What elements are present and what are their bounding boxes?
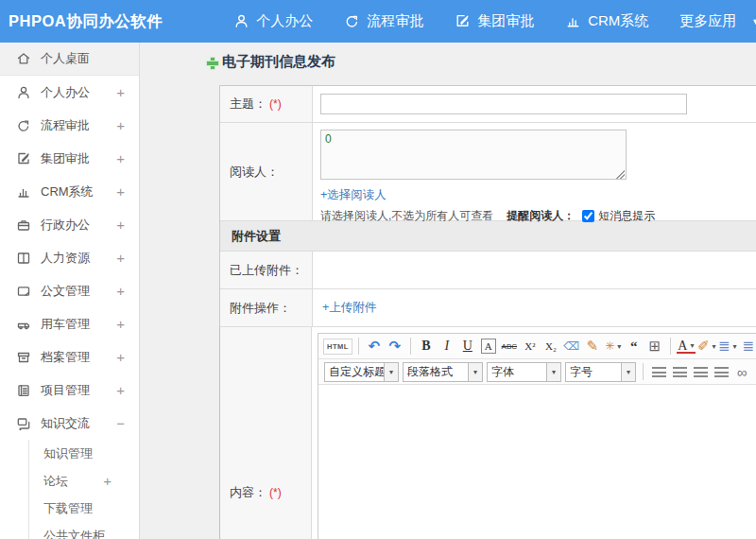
sidebar-item-label: 个人办公 — [41, 84, 116, 101]
italic-button[interactable]: I — [438, 337, 456, 356]
page-title: 电子期刊信息发布 — [205, 53, 335, 71]
project-icon — [16, 383, 31, 398]
sidebar-item-group-approval[interactable]: 集团审批+ — [0, 142, 139, 175]
nav-more-apps[interactable]: 更多应用▼ — [679, 12, 756, 30]
person-icon — [233, 13, 249, 29]
align-left-icon[interactable] — [649, 362, 668, 382]
remove-format-icon[interactable]: ⌫ — [562, 337, 581, 356]
sidebar-item-label: 个人桌面 — [41, 50, 125, 67]
uploaded-attachments-label: 已上传附件： — [220, 252, 313, 288]
sidebar-subitem-public-file-cabinet[interactable]: 公共文件柜 — [0, 522, 139, 539]
nav-crm-system[interactable]: CRM系统 — [565, 12, 648, 30]
sms-remind-label: 短消息提示 — [598, 208, 655, 224]
sidebar-item-human-resources[interactable]: 人力资源+ — [0, 241, 139, 274]
subscript-button[interactable]: X₂ — [541, 337, 560, 356]
expand-plus-icon[interactable]: + — [116, 183, 125, 200]
sidebar-item-label: 用车管理 — [41, 316, 116, 333]
unordered-list-icon[interactable]: ≣ — [739, 337, 756, 356]
strikethrough-button[interactable]: ABC — [500, 337, 519, 356]
nav-personal-office[interactable]: 个人办公 — [233, 12, 313, 30]
readers-hint-text: 请选择阅读人,不选为所有人可查看 — [320, 208, 493, 224]
font-name-button[interactable]: A — [481, 339, 496, 354]
ordered-list-icon[interactable]: ≣▾ — [718, 337, 737, 356]
nav-group-approval[interactable]: 集团审批 — [455, 12, 534, 30]
expand-plus-icon[interactable]: + — [116, 217, 125, 233]
expand-plus-icon[interactable]: + — [116, 283, 125, 299]
toolbar-separator — [358, 338, 359, 355]
redo-icon[interactable]: ↷ — [386, 337, 404, 356]
sms-remind-checkbox[interactable] — [582, 210, 594, 222]
briefcase-icon — [16, 217, 31, 233]
sidebar-item-admin-office[interactable]: 行政办公+ — [0, 208, 139, 241]
format-brush-icon[interactable]: ✎ — [583, 337, 602, 356]
sidebar-item-vehicle-mgmt[interactable]: 用车管理+ — [0, 307, 139, 340]
expand-plus-icon[interactable]: + — [116, 150, 125, 166]
paragraph-format-select[interactable]: 段落格式▾ — [403, 362, 483, 382]
editor-content-area[interactable] — [318, 385, 756, 539]
expand-plus-icon[interactable]: + — [116, 382, 125, 398]
nav-process-approval[interactable]: 流程审批 — [344, 12, 423, 30]
book-icon — [16, 251, 31, 266]
content-label: 内容： (*) — [219, 327, 312, 539]
sidebar-subitem-knowledge-mgmt[interactable]: 知识管理 — [0, 440, 139, 467]
sidebar-item-label: 知识交流 — [41, 415, 116, 432]
underline-button[interactable]: U — [458, 337, 477, 356]
add-plus-icon — [205, 56, 218, 69]
topbar: PHPOA协同办公软件 个人办公流程审批集团审批CRM系统更多应用▼ — [0, 0, 756, 43]
sidebar-item-personal-desktop[interactable]: 个人桌面 — [0, 43, 139, 76]
blockquote-icon[interactable]: “ — [625, 337, 644, 356]
justify-icon[interactable] — [712, 362, 730, 382]
sidebar-item-personal-office[interactable]: 个人办公+ — [0, 76, 139, 109]
autotypeset-icon[interactable]: ✳▾ — [604, 337, 623, 356]
font-color-button[interactable]: A▾ — [677, 339, 696, 354]
sidebar-item-process-approval[interactable]: 流程审批+ — [0, 109, 139, 142]
sidebar-item-project-mgmt[interactable]: 项目管理+ — [0, 374, 139, 407]
sidebar-item-document-mgmt[interactable]: 公文管理+ — [0, 274, 139, 307]
expand-plus-icon[interactable]: + — [116, 316, 125, 332]
heading-select[interactable]: 自定义标题▾ — [324, 362, 399, 382]
table-icon[interactable]: ⊞ — [645, 337, 664, 356]
subject-input[interactable] — [320, 94, 687, 114]
subject-row: 主题： (*) — [220, 86, 756, 122]
font-family-select[interactable]: 字体▾ — [487, 362, 561, 382]
sidebar-item-crm-system[interactable]: CRM系统+ — [0, 175, 139, 208]
nav-item-label: 集团审批 — [477, 12, 534, 30]
chevron-down-icon: ▾ — [468, 363, 482, 381]
publish-form: 主题： (*) 阅读人： +选择阅读人 请选择阅读人,不选为所有 — [219, 85, 756, 539]
content-row: 内容： (*) HTML↶↷BIUAABCX²X₂⌫✎✳▾“⊞A▾✐▾≣▾≣ 自… — [220, 326, 756, 539]
align-right-icon[interactable] — [691, 362, 710, 382]
nav-item-label: 流程审批 — [367, 12, 423, 30]
select-readers-link[interactable]: +选择阅读人 — [320, 187, 387, 203]
bold-button[interactable]: B — [417, 337, 436, 356]
sidebar-subitem-forum[interactable]: 论坛+ — [0, 467, 139, 495]
home-icon — [16, 51, 31, 66]
expand-plus-icon[interactable]: + — [116, 84, 125, 100]
expand-plus-icon[interactable]: + — [116, 117, 125, 133]
collapse-minus-icon[interactable]: − — [116, 415, 125, 431]
align-center-icon[interactable] — [670, 362, 689, 382]
required-mark: (*) — [269, 97, 282, 111]
undo-icon[interactable]: ↶ — [365, 337, 384, 356]
sidebar-item-label: 公文管理 — [41, 283, 116, 300]
sidebar-item-label: 下载管理 — [43, 500, 125, 517]
document-icon — [16, 284, 31, 299]
sidebar-subitem-download-mgmt[interactable]: 下载管理 — [0, 495, 139, 522]
sidebar-item-archive-mgmt[interactable]: 档案管理+ — [0, 340, 139, 374]
archive-icon — [16, 350, 31, 365]
chevron-down-icon: ▾ — [733, 342, 737, 351]
link-icon[interactable]: ∞ — [732, 362, 751, 382]
highlight-color-icon[interactable]: ✐▾ — [697, 337, 716, 356]
readers-textarea[interactable] — [320, 130, 627, 180]
expand-plus-icon[interactable]: + — [103, 473, 112, 489]
expand-plus-icon[interactable]: + — [116, 349, 125, 365]
process-icon — [16, 118, 31, 133]
font-size-select[interactable]: 字号▾ — [565, 362, 636, 382]
sidebar-item-label: 项目管理 — [41, 382, 116, 399]
upload-attachment-link[interactable]: +上传附件 — [322, 300, 376, 316]
superscript-button[interactable]: X² — [521, 337, 540, 356]
edit-icon — [455, 13, 471, 29]
sidebar-item-label: 行政办公 — [41, 217, 116, 234]
html-source-button[interactable]: HTML — [323, 339, 352, 355]
expand-plus-icon[interactable]: + — [116, 250, 125, 266]
sidebar-item-knowledge-exchange[interactable]: 知识交流− — [0, 407, 139, 440]
